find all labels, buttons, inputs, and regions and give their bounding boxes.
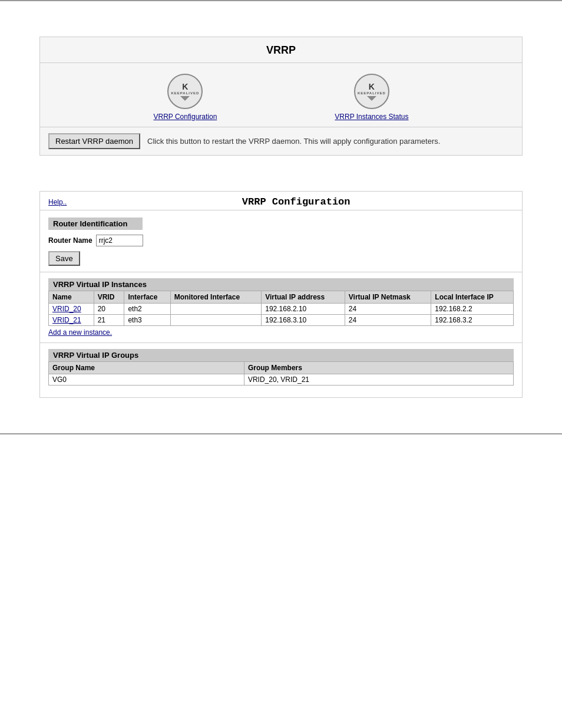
instance-monitored-cell — [170, 315, 262, 326]
table-row: VRID_21 21 eth3 192.168.3.10 24 192.168.… — [49, 315, 514, 326]
arrow-down-status — [367, 96, 376, 101]
router-name-row: Router Name — [48, 235, 514, 246]
col-group-name: Group Name — [49, 362, 244, 374]
vrrp-icons-row: K KEEPALIVED VRRP Configuration K KEEPAL… — [40, 63, 522, 127]
router-name-label: Router Name — [48, 236, 92, 245]
daemon-description: Click this button to restart the VRRP da… — [147, 137, 440, 146]
col-monitored: Monitored Interface — [170, 291, 262, 304]
router-identification-header: Router Identification — [48, 218, 143, 230]
instance-name-cell: VRID_21 — [49, 315, 94, 326]
instance-local-ip-cell: 192.168.3.2 — [431, 315, 514, 326]
instance-interface-cell: eth3 — [124, 315, 170, 326]
brand-text-status: KEEPALIVED — [358, 91, 386, 95]
router-name-input[interactable] — [96, 235, 143, 246]
instance-interface-cell: eth2 — [124, 304, 170, 315]
virtual-ip-groups-section: VRRP Virtual IP Groups Group Name Group … — [40, 349, 522, 391]
add-instance-link[interactable]: Add a new instance. — [48, 328, 112, 337]
config-panel-title: VRRP Configuration — [78, 196, 514, 207]
groups-table: Group Name Group Members VG0 VRID_20, VR… — [48, 361, 514, 386]
vrrp-status-icon-item[interactable]: K KEEPALIVED VRRP Instances Status — [335, 74, 408, 121]
bottom-border — [0, 433, 562, 434]
save-button[interactable]: Save — [48, 251, 80, 266]
instance-name-cell: VRID_20 — [49, 304, 94, 315]
config-panel-header: Help.. VRRP Configuration — [40, 192, 522, 210]
group-name-cell: VG0 — [49, 374, 244, 386]
config-panel: Help.. VRRP Configuration Router Identif… — [39, 191, 523, 398]
router-identification-section: Router Identification Router Name Save — [40, 218, 522, 272]
restart-vrrp-button[interactable]: Restart VRRP daemon — [48, 133, 140, 149]
col-local-ip: Local Interface IP — [431, 291, 514, 304]
instance-netmask-cell: 24 — [345, 304, 431, 315]
instances-section-header: VRRP Virtual IP Instances — [48, 278, 514, 291]
top-border — [0, 0, 562, 1]
vrrp-config-icon: K KEEPALIVED — [167, 74, 203, 109]
group-members-cell: VRID_20, VRID_21 — [244, 374, 513, 386]
col-name: Name — [49, 291, 94, 304]
instance-netmask-cell: 24 — [345, 315, 431, 326]
instance-name-link[interactable]: VRID_20 — [52, 305, 81, 313]
instance-virtual-ip-cell: 192.168.2.10 — [262, 304, 345, 315]
vrrp-status-icon: K KEEPALIVED — [354, 74, 389, 109]
instance-local-ip-cell: 192.168.2.2 — [431, 304, 514, 315]
instance-virtual-ip-cell: 192.168.3.10 — [262, 315, 345, 326]
page-wrapper: VRRP K KEEPALIVED VRRP Configuration K K… — [0, 0, 562, 728]
table-row: VG0 VRID_20, VRID_21 — [49, 374, 514, 386]
virtual-ip-instances-section: VRRP Virtual IP Instances Name VRID Inte… — [40, 278, 522, 343]
k-letter-config: K — [182, 82, 188, 91]
instance-monitored-cell — [170, 304, 262, 315]
col-group-members: Group Members — [244, 362, 513, 374]
vrrp-status-link[interactable]: VRRP Instances Status — [335, 113, 408, 121]
help-link[interactable]: Help.. — [48, 198, 67, 206]
vrrp-panel: VRRP K KEEPALIVED VRRP Configuration K K… — [39, 37, 523, 156]
vrrp-daemon-row: Restart VRRP daemon Click this button to… — [40, 127, 522, 155]
instance-vrid-cell: 20 — [94, 304, 124, 315]
groups-section-header: VRRP Virtual IP Groups — [48, 349, 514, 361]
vrrp-config-icon-item[interactable]: K KEEPALIVED VRRP Configuration — [153, 74, 217, 121]
col-virtual-ip: Virtual IP address — [262, 291, 345, 304]
k-letter-status: K — [369, 82, 375, 91]
col-vrid: VRID — [94, 291, 124, 304]
col-interface: Interface — [124, 291, 170, 304]
brand-text-config: KEEPALIVED — [171, 91, 199, 95]
vrrp-config-link[interactable]: VRRP Configuration — [153, 113, 217, 121]
vrrp-panel-title: VRRP — [40, 37, 522, 63]
col-netmask: Virtual IP Netmask — [345, 291, 431, 304]
instances-table: Name VRID Interface Monitored Interface … — [48, 291, 514, 326]
table-row: VRID_20 20 eth2 192.168.2.10 24 192.168.… — [49, 304, 514, 315]
instance-vrid-cell: 21 — [94, 315, 124, 326]
arrow-down-config — [180, 96, 190, 101]
instance-name-link[interactable]: VRID_21 — [52, 316, 81, 324]
